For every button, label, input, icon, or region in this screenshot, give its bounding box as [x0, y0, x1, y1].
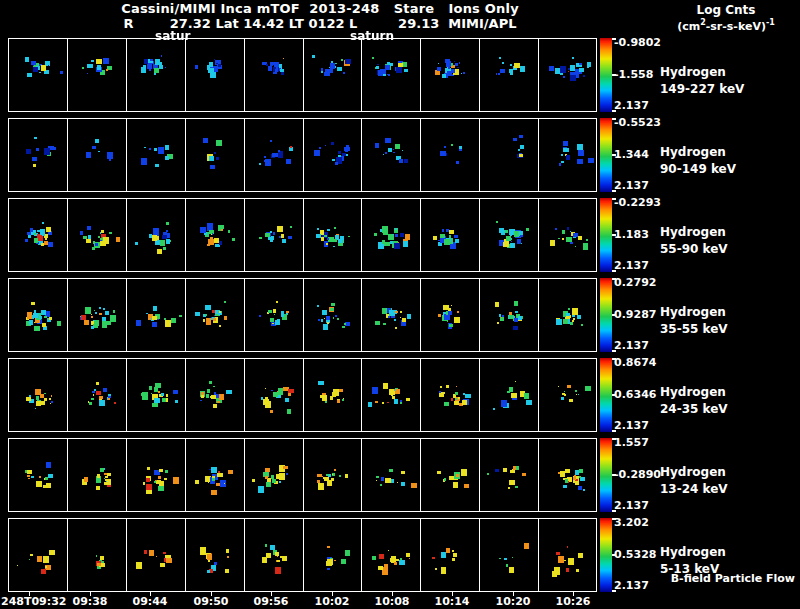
spectrogram-row-35-55: 0.2792 0.9287 2.137 Hydrogen35-55 keV: [0, 278, 800, 352]
colorbar-tick-bottom: 2.137: [614, 339, 684, 352]
saturn-annotation-left: satur: [155, 29, 190, 43]
colorbar-tick-bottom: 2.137: [614, 179, 684, 192]
colorbar: [600, 518, 612, 592]
time-label: 09:44: [128, 595, 172, 608]
colorbar: [600, 198, 612, 272]
time-label: 10:08: [370, 595, 414, 608]
colorbar-tick-top: 0.2792: [614, 276, 684, 289]
spectrogram-canvas: [8, 278, 597, 352]
log-cnts-label: Log Cnts: [652, 3, 800, 17]
colorbar-unit-header: Log Cnts (cm2-sr-s-keV)-1: [652, 3, 800, 33]
colorbar-tick-bottom: 2.137: [614, 419, 684, 432]
spectrogram-canvas: [8, 438, 597, 512]
colorbar-tick-bottom: 2.137: [614, 99, 684, 112]
time-label: 09:38: [68, 595, 112, 608]
time-label: 10:02: [310, 595, 354, 608]
colorbar-tick-top: 1.557: [614, 436, 684, 449]
channel-label: Hydrogen13-24 keV: [660, 464, 728, 498]
spectrogram-row-24-35: 0.8674 0.6346 2.137 Hydrogen24-35 keV: [0, 358, 800, 432]
colorbar-tick-top: -0.9802: [614, 36, 684, 49]
spectrogram-row-55-90: -0.2293 1.183 2.137 Hydrogen55-90 keV: [0, 198, 800, 272]
bfield-particle-flow-label: B-field Particle Flow: [671, 572, 795, 585]
plot-title: Cassini/MIMI Inca mTOF 2013-248 Stare Io…: [0, 1, 640, 16]
channel-label: Hydrogen24-35 keV: [660, 384, 728, 418]
spectrogram-canvas: [8, 518, 597, 592]
units-label: (cm2-sr-s-keV)-1: [652, 18, 800, 33]
spectrogram-canvas: [8, 118, 597, 192]
colorbar-tick-top: -0.5523: [614, 116, 684, 129]
colorbar-tick-top: -0.2293: [614, 196, 684, 209]
spectrogram-row-90-149: -0.5523 1.344 2.137 Hydrogen90-149 keV: [0, 118, 800, 192]
time-label: 10:20: [491, 595, 535, 608]
time-label: 248T09:32: [1, 595, 66, 608]
spectrogram-row-13-24: 1.557 -0.2890 2.137 Hydrogen13-24 keV: [0, 438, 800, 512]
colorbar: [600, 118, 612, 192]
colorbar: [600, 438, 612, 512]
channel-label: Hydrogen90-149 keV: [660, 144, 736, 178]
colorbar-tick-top: 0.8674: [614, 356, 684, 369]
colorbar-tick-bottom: 2.137: [614, 499, 684, 512]
spectrogram-canvas: [8, 198, 597, 272]
spectrogram-canvas: [8, 38, 597, 112]
plot-subtitle-ephemeris: R 27.32 Lat 14.42 LT 0122 L 29.13 MIMI/A…: [0, 16, 640, 31]
colorbar: [600, 38, 612, 112]
time-label: 10:26: [551, 595, 595, 608]
time-label: 09:50: [189, 595, 233, 608]
channel-label: Hydrogen55-90 keV: [660, 224, 728, 258]
time-label: 09:56: [249, 595, 293, 608]
colorbar-tick-top: 3.202: [614, 516, 684, 529]
channel-label: Hydrogen149-227 keV: [660, 64, 744, 98]
saturn-annotation-right: saturn: [350, 29, 394, 43]
time-axis: 248T09:32 09:38 09:44 09:50 09:56 10:02 …: [0, 595, 800, 609]
colorbar: [600, 278, 612, 352]
spectrogram-row-149-227: -0.9802 -1.558 2.137 Hydrogen149-227 keV: [0, 38, 800, 112]
channel-label: Hydrogen35-55 keV: [660, 304, 728, 338]
colorbar-tick-bottom: 2.137: [614, 259, 684, 272]
spectrogram-canvas: [8, 358, 597, 432]
time-label: 10:14: [430, 595, 474, 608]
colorbar: [600, 358, 612, 432]
